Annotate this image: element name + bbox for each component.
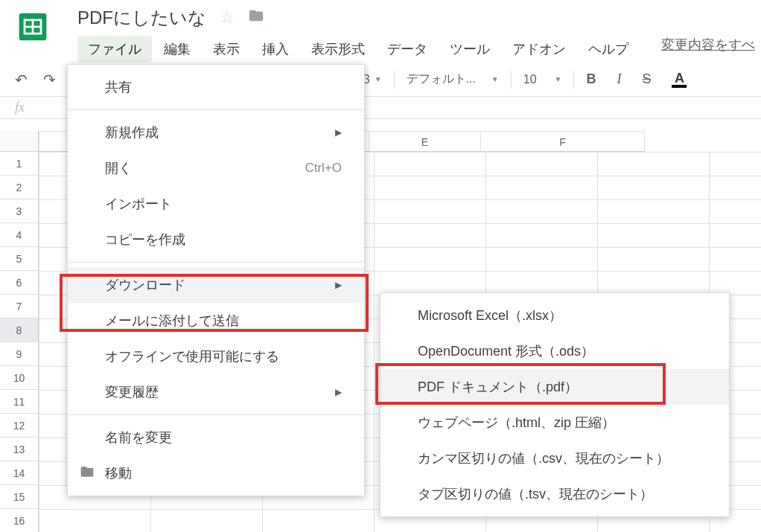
row-header[interactable]: 4 <box>0 223 39 247</box>
menubar: ファイル 編集 表示 挿入 表示形式 データ ツール アドオン ヘルプ <box>77 36 661 63</box>
menu-item-open[interactable]: 開くCtrl+O <box>68 150 364 186</box>
sheets-app-icon[interactable] <box>15 9 51 45</box>
submenu-item-pdf[interactable]: PDF ドキュメント（.pdf） <box>380 369 729 405</box>
menu-item-move[interactable]: 移動 <box>68 455 364 491</box>
doc-title[interactable]: PDFにしたいな <box>77 6 206 30</box>
strike-button[interactable]: S <box>642 71 651 87</box>
menu-label: メールに添付して送信 <box>105 312 239 330</box>
menu-label: 移動 <box>105 464 132 482</box>
row-header[interactable]: 15 <box>0 485 39 509</box>
menu-label: 共有 <box>105 78 132 96</box>
menu-item-copy[interactable]: コピーを作成 <box>68 222 364 257</box>
menu-label: 名前を変更 <box>105 429 172 446</box>
shortcut-label: Ctrl+O <box>305 161 342 176</box>
menu-data[interactable]: データ <box>377 36 438 63</box>
col-header[interactable]: E <box>369 131 481 152</box>
menu-tools[interactable]: ツール <box>439 36 500 63</box>
select-all-corner[interactable] <box>0 131 39 152</box>
menu-item-rename[interactable]: 名前を変更 <box>68 420 364 455</box>
redo-icon[interactable]: ↷ <box>39 71 60 89</box>
menu-edit[interactable]: 編集 <box>153 36 201 63</box>
menu-label: PDF ドキュメント（.pdf） <box>418 378 578 396</box>
menu-item-share[interactable]: 共有 <box>68 69 364 105</box>
separator <box>394 71 395 89</box>
text-color-button[interactable]: A <box>672 71 687 88</box>
font-size-value: 10 <box>523 73 537 86</box>
folder-icon[interactable] <box>248 7 264 28</box>
menu-label: カンマ区切りの値（.csv、現在のシート） <box>418 449 669 467</box>
star-icon[interactable]: ☆ <box>220 8 235 28</box>
menu-label: コピーを作成 <box>105 231 185 249</box>
font-size[interactable]: 10▼ <box>523 73 562 86</box>
menu-label: OpenDocument 形式（.ods） <box>418 342 594 360</box>
col-header[interactable]: F <box>481 131 645 152</box>
divider <box>68 262 364 263</box>
divider <box>68 414 364 415</box>
row-header[interactable]: 11 <box>0 390 39 414</box>
menu-format[interactable]: 表示形式 <box>301 36 375 63</box>
row-header[interactable]: 1 <box>0 152 39 176</box>
undo-icon[interactable]: ↶ <box>10 71 31 89</box>
changes-link[interactable]: 変更内容をすべ <box>661 4 755 54</box>
menu-file[interactable]: ファイル <box>77 36 152 63</box>
separator <box>511 71 512 89</box>
row-header[interactable]: 13 <box>0 438 39 461</box>
row-header[interactable]: 10 <box>0 366 39 390</box>
submenu-item-xlsx[interactable]: Microsoft Excel（.xlsx） <box>380 298 729 333</box>
submenu-item-ods[interactable]: OpenDocument 形式（.ods） <box>380 333 729 369</box>
menu-label: 開く <box>105 159 132 177</box>
row-header[interactable]: 3 <box>0 199 39 223</box>
file-menu-dropdown: 共有 新規作成▶ 開くCtrl+O インポート コピーを作成 ダウンロード▶ メ… <box>67 64 365 496</box>
row-header[interactable]: 5 <box>0 247 39 271</box>
row-header[interactable]: 14 <box>0 461 39 485</box>
submenu-arrow-icon: ▶ <box>335 387 342 397</box>
menu-item-import[interactable]: インポート <box>68 186 364 222</box>
row-header[interactable]: 8 <box>0 318 39 342</box>
divider <box>68 109 364 110</box>
row-header[interactable]: 7 <box>0 295 39 318</box>
menu-addons[interactable]: アドオン <box>502 36 576 63</box>
menu-view[interactable]: 表示 <box>203 36 250 63</box>
submenu-item-html[interactable]: ウェブページ（.html、zip 圧縮） <box>380 405 729 440</box>
download-submenu: Microsoft Excel（.xlsx） OpenDocument 形式（.… <box>380 292 730 517</box>
menu-label: タブ区切りの値（.tsv、現在のシート） <box>418 485 653 503</box>
font-select[interactable]: デフォルト... ▼ <box>407 71 499 87</box>
submenu-item-tsv[interactable]: タブ区切りの値（.tsv、現在のシート） <box>380 476 729 512</box>
row-headers: 12345678910111213141516 <box>0 152 39 532</box>
menu-help[interactable]: ヘルプ <box>578 36 639 63</box>
header: PDFにしたいな ☆ ファイル 編集 表示 挿入 表示形式 データ ツール アド… <box>0 0 761 63</box>
menu-insert[interactable]: 挿入 <box>252 36 299 63</box>
menu-label: ウェブページ（.html、zip 圧縮） <box>418 414 615 432</box>
menu-label: ダウンロード <box>105 276 185 294</box>
submenu-arrow-icon: ▶ <box>335 280 342 290</box>
menu-label: インポート <box>105 195 172 213</box>
folder-icon <box>80 464 95 483</box>
menu-label: Microsoft Excel（.xlsx） <box>418 307 562 324</box>
row-header[interactable]: 2 <box>0 176 39 199</box>
fx-icon: fx <box>0 100 39 115</box>
menu-label: 新規作成 <box>105 124 159 141</box>
menu-item-new[interactable]: 新規作成▶ <box>68 115 364 150</box>
menu-item-email[interactable]: メールに添付して送信 <box>68 303 364 339</box>
font-label: デフォルト... <box>407 71 476 87</box>
row-header[interactable]: 12 <box>0 414 39 438</box>
menu-label: オフラインで使用可能にする <box>105 347 279 365</box>
row-header[interactable]: 6 <box>0 271 39 295</box>
italic-button[interactable]: I <box>617 71 621 87</box>
bold-button[interactable]: B <box>586 71 596 87</box>
submenu-arrow-icon: ▶ <box>335 127 342 138</box>
separator <box>573 71 574 89</box>
menu-item-history[interactable]: 変更履歴▶ <box>68 374 364 410</box>
menu-item-download[interactable]: ダウンロード▶ <box>68 267 364 303</box>
menu-label: 変更履歴 <box>105 383 159 401</box>
row-header[interactable]: 9 <box>0 342 39 366</box>
menu-item-offline[interactable]: オフラインで使用可能にする <box>68 339 364 374</box>
submenu-item-csv[interactable]: カンマ区切りの値（.csv、現在のシート） <box>380 440 729 476</box>
row-header[interactable]: 16 <box>0 509 39 532</box>
